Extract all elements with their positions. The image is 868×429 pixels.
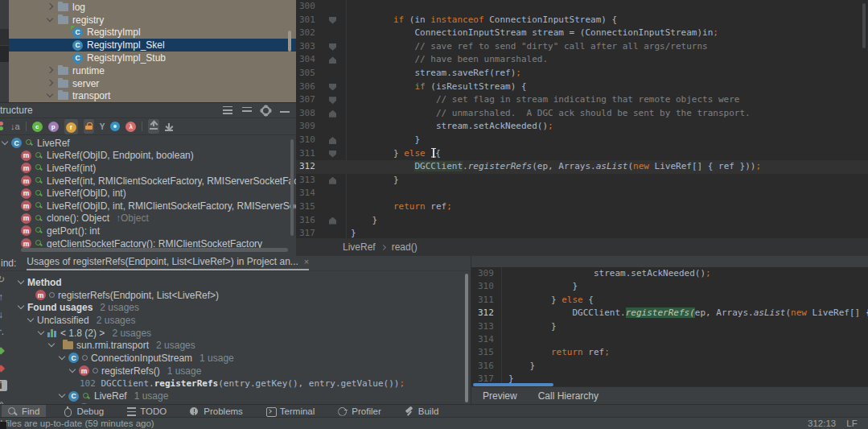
show-non-public-icon[interactable] — [85, 122, 93, 130]
show-fields-icon[interactable]: f — [66, 122, 76, 133]
fold-up-icon[interactable] — [329, 217, 336, 225]
show-anonymous-classes-icon[interactable]: Y — [100, 122, 105, 131]
structure-item[interactable]: mLiveRef(ObjID, Endpoint, boolean) — [0, 150, 296, 163]
caret-position[interactable]: 312:13 — [808, 419, 836, 428]
show-fields[interactable]: f — [64, 119, 78, 134]
autoscroll-from-source-icon[interactable] — [165, 122, 173, 131]
code-line-307[interactable]: 307 // set flag in stream indicating tha… — [296, 93, 868, 107]
toolwindow-button-build[interactable]: Build — [398, 405, 446, 418]
fold-down-icon[interactable] — [329, 97, 336, 104]
code-line-306[interactable]: 306 if (isResultStream) { — [296, 80, 868, 94]
code-line-314[interactable]: 314 — [296, 187, 868, 200]
autoscroll-to-source-icon[interactable] — [150, 121, 158, 130]
settings-gear-icon[interactable] — [261, 106, 270, 115]
code-line-310[interactable]: 310 } — [296, 134, 868, 147]
file-structure-popup-icon[interactable] — [110, 122, 120, 131]
fold-up-icon[interactable] — [329, 137, 336, 144]
code-line-317[interactable]: 317} — [296, 227, 868, 238]
breadcrumb-class[interactable]: LiveRef — [343, 241, 376, 253]
fold-down-icon[interactable] — [329, 17, 336, 24]
fold-down-icon[interactable] — [329, 43, 336, 51]
structure-item[interactable]: mLiveRef(int) — [0, 162, 296, 175]
usages-tab[interactable]: Usages of registerRefs(Endpoint, List<Li… — [27, 256, 309, 270]
code-line-313[interactable]: 313 } — [471, 320, 868, 333]
toolwindow-button-terminal[interactable]: Terminal — [260, 405, 321, 418]
chevron-down-icon[interactable] — [2, 140, 8, 146]
project-item-registry[interactable]: registry — [0, 14, 296, 27]
code-line-300[interactable]: 300 — [296, 0, 868, 14]
toolwindow-button-debug[interactable]: Debug — [56, 405, 110, 418]
chevron-down-icon[interactable] — [27, 317, 34, 324]
chevron-right-icon[interactable] — [47, 80, 53, 87]
expand-all-icon[interactable] — [242, 107, 252, 113]
code-line-316[interactable]: 316 } — [296, 214, 868, 228]
sort-alphabetically-icon[interactable]: ↓a — [10, 122, 20, 131]
usage-code-row[interactable]: 102 DGCClient.registerRefs(entry.getKey(… — [0, 377, 465, 390]
stripe-button[interactable] — [0, 29, 9, 45]
code-line-309[interactable]: 309 stream.setAckNeeded(); — [296, 120, 868, 134]
tab-call-hierarchy[interactable]: Call Hierarchy — [538, 390, 599, 402]
chevron-down-icon[interactable] — [59, 355, 65, 361]
code-line-303[interactable]: 303 // save ref to send "dirty" call aft… — [296, 40, 868, 54]
close-icon[interactable]: × — [304, 257, 309, 266]
structure-hscrollbar[interactable] — [21, 248, 288, 252]
code-line-310[interactable]: 310 } — [471, 280, 868, 293]
chevron-down-icon[interactable] — [47, 93, 53, 99]
code-line-305[interactable]: 305 stream.saveRef(ref); — [296, 67, 868, 80]
show-non-public[interactable] — [84, 119, 94, 134]
fold-up-icon[interactable] — [329, 110, 336, 118]
show-lambdas-icon[interactable]: λ — [125, 122, 136, 132]
tab-preview[interactable]: Preview — [483, 390, 517, 402]
code-line-308[interactable]: 308 // unmarshaled. A DGC ack should be … — [296, 107, 868, 121]
code-line-301[interactable]: 301 if (in instanceof ConnectionInputStr… — [296, 14, 868, 27]
project-item-log[interactable]: log — [0, 1, 296, 14]
stripe-button[interactable] — [0, 46, 9, 62]
usages-tree-row[interactable]: mregisterRefs(Endpoint, List<LiveRef>) — [0, 289, 465, 302]
structure-item[interactable]: mgetPort(): int — [0, 225, 296, 237]
fold-down-icon[interactable] — [329, 84, 336, 91]
usages-tree-row[interactable]: CLiveRef1 usage — [0, 390, 465, 402]
show-properties-icon[interactable]: p — [48, 122, 59, 132]
chevron-down-icon[interactable] — [38, 330, 44, 336]
line-separator[interactable]: LF — [846, 419, 857, 428]
chevron-right-icon[interactable] — [47, 68, 53, 74]
toolwindow-button-problems[interactable]: Problems — [183, 405, 249, 418]
hide-panel-icon[interactable] — [280, 111, 290, 113]
chevron-down-icon[interactable] — [48, 342, 55, 349]
usages-tree-row[interactable]: < 1.8 (2) >2 usages — [0, 327, 465, 340]
sort-by-visibility-icon[interactable] — [0, 122, 5, 131]
usages-tree-scrollbar[interactable] — [465, 274, 468, 402]
code-line-312[interactable]: 312 DGCClient.registerRefs(ep, Arrays.as… — [296, 160, 868, 174]
code-line-302[interactable]: 302 ConnectionInputStream stream = (Conn… — [296, 27, 868, 40]
usages-tree-row[interactable]: CConnectionInputStream1 usage — [0, 352, 465, 365]
fold-up-icon[interactable] — [329, 56, 336, 64]
fold-down-icon[interactable] — [329, 151, 336, 158]
breadcrumb-method[interactable]: read() — [392, 241, 418, 253]
code-line-304[interactable]: 304 // have been unmarshaled. — [296, 53, 868, 67]
project-item-server[interactable]: server — [0, 77, 296, 90]
project-item-RegistryImpl[interactable]: CRegistryImpl — [0, 27, 296, 39]
usages-tree-row[interactable]: Found usages2 usages — [0, 301, 465, 314]
code-line-311[interactable]: 311 } else { — [471, 294, 868, 307]
fold-up-icon[interactable] — [329, 177, 336, 184]
structure-item[interactable]: mclone(): Object↑Object — [0, 212, 296, 225]
code-line-315[interactable]: 315 return ref; — [471, 346, 868, 359]
chevron-down-icon[interactable] — [47, 17, 53, 23]
code-line-311[interactable]: 311 } else { — [296, 147, 868, 161]
code-editor[interactable]: 300301 if (in instanceof ConnectionInput… — [296, 0, 868, 238]
chevron-down-icon[interactable] — [59, 393, 65, 399]
code-line-316[interactable]: 316 } — [471, 360, 868, 373]
code-line-312[interactable]: 312 DGCClient.registerRefs(ep, Arrays.as… — [471, 307, 868, 320]
toolwindow-button-todo[interactable]: TODO — [121, 405, 173, 418]
project-item-RegistryImpl_Skel[interactable]: CRegistryImpl_Skel — [0, 39, 296, 52]
project-scrollbar[interactable] — [288, 31, 291, 52]
code-line-314[interactable]: 314 — [471, 333, 868, 346]
code-line-309[interactable]: 309 stream.setAckNeeded(); — [471, 267, 868, 280]
code-line-313[interactable]: 313 } — [296, 174, 868, 188]
code-line-315[interactable]: 315 return ref; — [296, 200, 868, 214]
usages-tree-row[interactable]: sun.rmi.transport2 usages — [0, 339, 465, 352]
show-constructors-icon[interactable]: c — [32, 122, 43, 132]
usage-preview-editor[interactable]: 309 stream.setAckNeeded();310 }311 } els… — [471, 267, 868, 386]
structure-vscrollbar[interactable] — [290, 139, 294, 236]
editor-scrollbar[interactable] — [862, 3, 866, 48]
